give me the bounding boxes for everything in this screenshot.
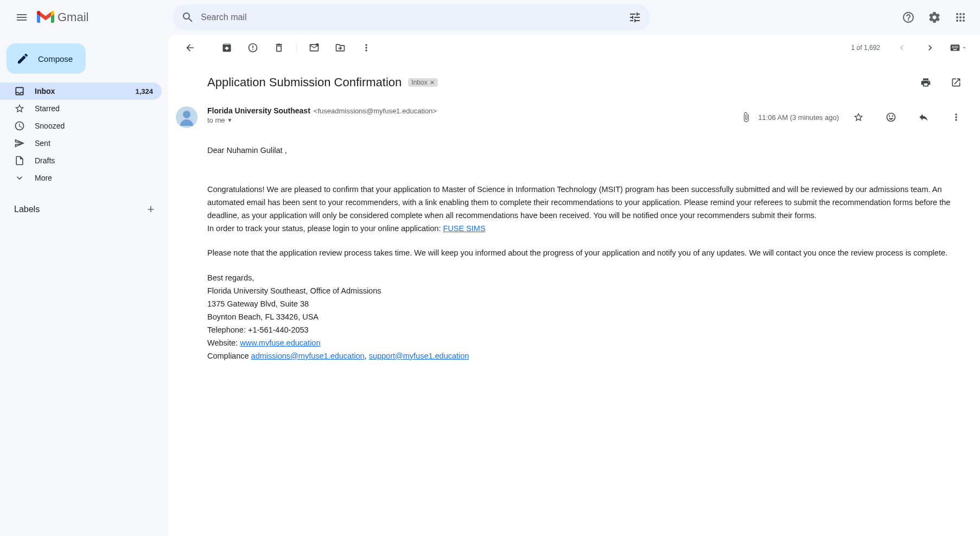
add-label-button[interactable]: + [144, 203, 157, 216]
search-icon [181, 11, 194, 24]
nav-sent[interactable]: Sent [0, 135, 162, 152]
next-button[interactable] [919, 37, 941, 59]
print-button[interactable] [915, 72, 937, 93]
open-new-window-button[interactable] [945, 72, 967, 93]
trash-icon [273, 42, 284, 53]
compose-button[interactable]: Compose [7, 43, 86, 74]
body-paragraph-3: Please note that the application review … [207, 247, 958, 260]
react-button[interactable] [880, 106, 902, 128]
spam-button[interactable] [242, 37, 264, 59]
nav-starred-label: Starred [35, 104, 153, 113]
email-timestamp: 11:06 AM (3 minutes ago) [758, 113, 839, 122]
subject-row: Application Submission Confirmation Inbo… [207, 72, 969, 93]
sidebar: Compose Inbox 1,324 Starred Snoozed Sent… [0, 35, 168, 536]
gmail-logo-text: Gmail [58, 10, 88, 24]
apps-button[interactable] [950, 7, 971, 28]
body-paragraph-1: Congratulations! We are pleased to confi… [207, 183, 958, 222]
search-button[interactable] [177, 7, 199, 28]
signature-line-1: Best regards, [207, 272, 958, 285]
more-actions-button[interactable] [355, 37, 377, 59]
tune-icon [628, 11, 641, 24]
nav-more[interactable]: More [0, 169, 162, 187]
search-bar[interactable] [173, 4, 650, 30]
main-layout: Compose Inbox 1,324 Starred Snoozed Sent… [0, 35, 980, 536]
help-icon [902, 11, 915, 24]
email-toolbar: 1 of 1,692 [168, 35, 980, 61]
greeting-line: Dear Nuhamin Gulilat , [207, 144, 958, 157]
gmail-logo[interactable]: Gmail [37, 10, 88, 24]
p2-prefix: In order to track your status, please lo… [207, 224, 443, 233]
sender-avatar[interactable] [176, 106, 198, 128]
star-icon [14, 103, 25, 114]
chip-remove-icon[interactable]: ✕ [430, 79, 435, 86]
more-vert-icon [951, 112, 962, 123]
signature-line-2: Florida University Southeast, Office of … [207, 285, 958, 298]
svg-point-1 [183, 111, 190, 118]
reply-button[interactable] [913, 106, 934, 128]
nav-more-label: More [35, 174, 153, 182]
hamburger-icon [15, 11, 28, 24]
admissions-email-link[interactable]: admissions@myfuse1.education [251, 352, 365, 360]
app-header: Gmail [0, 0, 980, 35]
toolbar-separator [296, 42, 297, 53]
signature-line-6: Website: www.myfuse.education [207, 337, 958, 350]
back-button[interactable] [179, 37, 201, 59]
prev-button[interactable] [891, 37, 913, 59]
message-more-button[interactable] [945, 106, 967, 128]
subject-actions [913, 72, 969, 93]
search-input[interactable] [199, 12, 624, 22]
inbox-label-chip[interactable]: Inbox ✕ [408, 78, 437, 87]
pencil-icon [16, 52, 29, 65]
svg-point-0 [316, 43, 319, 46]
signature-line-3: 1375 Gateway Blvd, Suite 38 [207, 298, 958, 311]
sender-name[interactable]: Florida University Southeast [207, 106, 310, 115]
body-paragraph-2: In order to track your status, please lo… [207, 222, 958, 235]
pagination-info: 1 of 1,692 [851, 44, 880, 52]
sender-actions: 11:06 AM (3 minutes ago) [741, 106, 969, 128]
website-link[interactable]: www.myfuse.education [240, 339, 320, 347]
move-to-button[interactable] [329, 37, 351, 59]
signature-line-4: Boynton Beach, FL 33426, USA [207, 311, 958, 324]
star-outline-icon [853, 112, 864, 123]
sender-info: Florida University Southeast <fuseadmiss… [207, 106, 741, 124]
attachment-icon[interactable] [741, 112, 752, 123]
recipient-line[interactable]: to me ▼ [207, 116, 741, 124]
delete-button[interactable] [268, 37, 290, 59]
signature-line-5: Telephone: +1-561-440-2053 [207, 324, 958, 337]
fuse-sims-link[interactable]: FUSE SIMS [443, 224, 485, 233]
open-in-new-icon [951, 77, 962, 88]
email-content-panel: 1 of 1,692 Application Submission Confir… [168, 35, 980, 536]
chip-text: Inbox [411, 79, 427, 86]
nav-snoozed[interactable]: Snoozed [0, 117, 162, 135]
support-email-link[interactable]: support@myfuse1.education [369, 352, 469, 360]
search-options-button[interactable] [624, 7, 646, 28]
report-spam-icon [247, 42, 258, 53]
nav-drafts[interactable]: Drafts [0, 152, 162, 169]
nav-starred[interactable]: Starred [0, 100, 162, 117]
gear-icon [928, 11, 941, 24]
chevron-left-icon [896, 42, 907, 53]
mark-unread-button[interactable] [303, 37, 325, 59]
folder-move-icon [335, 42, 346, 53]
file-icon [14, 155, 25, 166]
signature-line-7: Compliance admissions@myfuse1.education,… [207, 350, 958, 363]
inbox-icon [14, 86, 25, 97]
toolbar-right: 1 of 1,692 [851, 37, 971, 59]
archive-button[interactable] [216, 37, 238, 59]
nav-drafts-label: Drafts [35, 156, 153, 165]
sender-row: Florida University Southeast <fuseadmiss… [176, 106, 969, 128]
settings-button[interactable] [924, 7, 945, 28]
support-button[interactable] [898, 7, 919, 28]
input-tools-button[interactable] [947, 37, 969, 59]
nav-sent-label: Sent [35, 139, 153, 148]
keyboard-icon [950, 42, 960, 53]
email-subject: Application Submission Confirmation [207, 75, 402, 90]
expand-details-icon[interactable]: ▼ [227, 117, 233, 123]
header-right [898, 7, 976, 28]
email-view: Application Submission Confirmation Inbo… [168, 61, 980, 536]
gmail-logo-icon [37, 11, 54, 24]
more-vert-icon [361, 42, 372, 53]
main-menu-button[interactable] [9, 4, 35, 30]
nav-inbox[interactable]: Inbox 1,324 [0, 82, 162, 100]
star-message-button[interactable] [848, 106, 869, 128]
